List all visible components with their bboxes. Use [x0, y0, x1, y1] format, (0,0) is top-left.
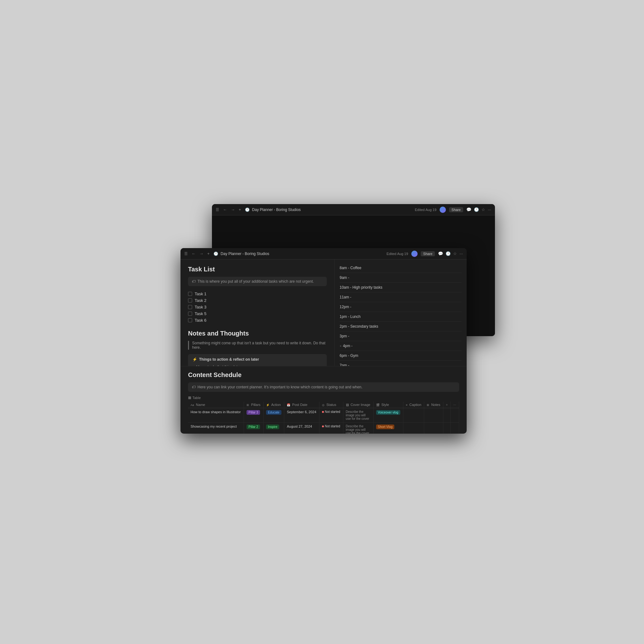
task-item-2: Task 2 [188, 297, 327, 304]
col-style: 🎬 Style [373, 402, 403, 408]
page-emoji-back: 🕐 [245, 208, 250, 212]
back-avatar[interactable] [440, 207, 446, 213]
action-box: ⚡ Things to action & reflect on later I … [188, 354, 327, 366]
col-action: ⚡ Action [263, 402, 284, 408]
checkbox-3[interactable] [188, 305, 192, 309]
row2-name[interactable]: Showcasing my recent project [188, 423, 244, 434]
col-name: Aa Name [188, 402, 244, 408]
schedule-item-8am: 8am - Coffee [340, 263, 462, 273]
task-label-4: Task 5 [195, 311, 207, 316]
checkbox-4[interactable] [188, 312, 192, 316]
notes-blockquote: Something might come up that isn't a tas… [188, 341, 327, 350]
schedule-item-3pm: 3pm - [340, 331, 462, 341]
action-icon: ⚡ [192, 357, 197, 362]
star-icon[interactable]: ☆ [481, 207, 485, 212]
row1-cover[interactable]: Describe the image you will use for the … [343, 408, 373, 423]
row2-status-dot [322, 425, 324, 427]
comment-icon[interactable]: 💬 [466, 207, 471, 212]
front-titlebar-right: Edited Aug 19 Share 💬 🕐 ☆ ··· [386, 251, 463, 257]
row2-status: Not started [319, 423, 343, 434]
table-row-1: How to draw shapes in Illustrator Pillar… [188, 408, 459, 423]
row1-status-dot [322, 411, 324, 413]
front-star-icon[interactable]: ☆ [453, 251, 457, 256]
task-item-5: Task 6 [188, 317, 327, 324]
content-schedule-info: 🏷 Here you can link your content planner… [188, 382, 459, 392]
row1-caption[interactable] [403, 408, 424, 423]
row2-style-badge[interactable]: Short Vlog [376, 425, 395, 429]
row2-pillar-badge[interactable]: Pillar 2 [247, 425, 260, 429]
col-status: ◎ Status [319, 402, 343, 408]
row2-action: Inspire [263, 423, 284, 434]
back-titlebar-icons: 💬 🕐 ☆ ··· [466, 207, 491, 212]
row1-style-badge[interactable]: Voiceover vlog [376, 410, 400, 415]
front-plus-icon[interactable]: + [206, 251, 211, 257]
col-more[interactable]: ··· [451, 402, 459, 408]
task-item-3: Task 3 [188, 304, 327, 310]
task-list-section: Task List 🏷 This is where you put all of… [188, 266, 327, 324]
task-label-2: Task 2 [195, 298, 207, 303]
row1-date[interactable]: September 6, 2024 [284, 408, 319, 423]
back-edited-label: Edited Aug 19 [415, 208, 436, 212]
checkbox-2[interactable] [188, 298, 192, 303]
row1-action-badge[interactable]: Educate [266, 410, 281, 415]
checkbox-1[interactable] [188, 292, 192, 296]
schedule-item-11am: 11am - [340, 292, 462, 302]
col-caption: ≡ Caption [403, 402, 424, 408]
front-share-button[interactable]: Share [421, 251, 435, 256]
right-column: 8am - Coffee 9am - 10am - High priority … [335, 259, 467, 366]
row1-pillar: Pillar 3 [244, 408, 264, 423]
table-label: ▦ Table [188, 396, 459, 400]
table-row-2: Showcasing my recent project Pillar 2 In… [188, 423, 459, 434]
row2-status-badge[interactable]: Not started [322, 425, 341, 428]
front-edited-label: Edited Aug 19 [386, 252, 408, 256]
front-more-icon[interactable]: ··· [459, 251, 463, 256]
nav-back[interactable]: ← → + [222, 207, 242, 213]
back-window-title: Day Planner - Boring Studios [252, 208, 413, 212]
action-item-1: I have to do that thing later [192, 364, 322, 366]
front-forward-arrow[interactable]: → [198, 251, 205, 257]
row2-style: Short Vlog [373, 423, 403, 434]
front-menu-icon[interactable]: ☰ [184, 252, 188, 256]
more-icon[interactable]: ··· [488, 207, 491, 212]
schedule-info-icon: 🏷 [192, 385, 196, 389]
front-back-arrow[interactable]: ← [190, 251, 197, 257]
front-titlebar: ☰ ← → + 🕐 Day Planner - Boring Studios E… [180, 248, 467, 259]
front-avatar[interactable] [411, 251, 418, 257]
table-icon: ▦ [188, 396, 191, 400]
scene: ☰ ← → + 🕐 Day Planner - Boring Studios E… [180, 204, 464, 440]
row1-name[interactable]: How to draw shapes in Illustrator [188, 408, 244, 423]
row2-date[interactable]: August 27, 2024 [284, 423, 319, 434]
forward-arrow[interactable]: → [230, 207, 236, 213]
table-wrapper: Aa Name ⊞ Pillars ⚡ Action [188, 402, 459, 434]
action-list: I have to do that thing later Did I do t… [192, 364, 322, 366]
front-window-title: Day Planner - Boring Studios [221, 252, 384, 256]
row2-action-badge[interactable]: Inspire [266, 425, 279, 429]
back-share-button[interactable]: Share [449, 207, 463, 212]
task-label-5: Task 6 [195, 318, 207, 323]
row2-notes[interactable] [424, 423, 443, 434]
schedule-item-6pm: 6pm - Gym [340, 351, 462, 361]
notes-section: Notes and Thoughts Something might come … [188, 330, 327, 366]
row1-notes[interactable] [424, 408, 443, 423]
front-comment-icon[interactable]: 💬 [438, 251, 443, 256]
task-item-1: Task 1 [188, 291, 327, 297]
checkbox-5[interactable] [188, 318, 192, 322]
front-nav[interactable]: ← → + [190, 251, 211, 257]
row1-style: Voiceover vlog [373, 408, 403, 423]
front-clock-icon[interactable]: 🕐 [446, 251, 451, 256]
schedule-item-7pm: 7pm - [340, 361, 462, 366]
row1-pillar-badge[interactable]: Pillar 3 [247, 410, 260, 415]
task-list-info: 🏷 This is where you put all of your addi… [188, 277, 327, 286]
col-add[interactable]: + [443, 402, 451, 408]
add-icon[interactable]: + [340, 344, 341, 348]
menu-icon[interactable]: ☰ [216, 208, 219, 212]
content-schedule-title: Content Schedule [188, 371, 459, 379]
back-arrow[interactable]: ← [222, 207, 228, 213]
col-post-date: 📅 Post Date [284, 402, 319, 408]
row1-status-badge[interactable]: Not started [322, 410, 341, 414]
row2-cover[interactable]: Describe the image you will use for the … [343, 423, 373, 434]
clock-icon[interactable]: 🕐 [474, 207, 479, 212]
refresh-icon[interactable]: + [237, 207, 242, 213]
task-list-title: Task List [188, 266, 327, 273]
row2-caption[interactable] [403, 423, 424, 434]
